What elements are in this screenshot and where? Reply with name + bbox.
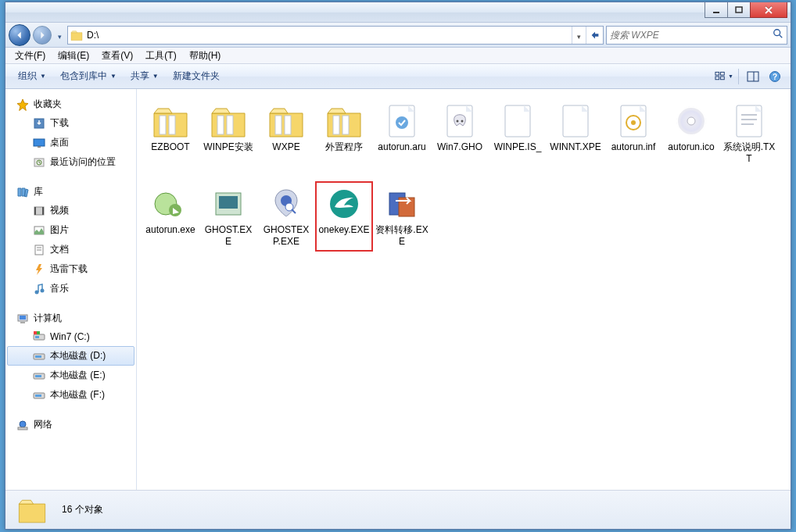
sidebar-item-desktop[interactable]: 桌面 — [7, 133, 134, 152]
explorer-window: D:\ 文件(F) 编辑(E) 查看(V) 工具(T) 帮助(H) 组织▼ 包含… — [5, 2, 791, 530]
minimize-button[interactable] — [705, 2, 728, 18]
sidebar-item-thunder[interactable]: 迅雷下载 — [7, 259, 134, 279]
exe3-icon — [267, 185, 305, 223]
organize-label: 组织 — [18, 70, 37, 83]
separator — [738, 69, 739, 84]
nav-history-dropdown[interactable] — [54, 24, 65, 46]
svg-rect-56 — [748, 72, 758, 81]
svg-rect-52 — [715, 72, 719, 75]
title-bar — [5, 2, 791, 23]
preview-pane-button[interactable] — [744, 68, 762, 85]
gho-icon — [441, 102, 479, 140]
file-item[interactable]: WINNT.XPE — [547, 98, 604, 169]
view-mode-button[interactable]: ▼ — [715, 68, 733, 85]
sidebar-favorites: 收藏夹 下载 桌面 最近访问的位置 — [5, 95, 136, 172]
menu-view[interactable]: 查看(V) — [95, 48, 139, 64]
share-label: 共享 — [131, 70, 149, 83]
sidebar-computer-header[interactable]: 计算机 — [5, 309, 136, 327]
sidebar-item-downloads[interactable]: 下载 — [7, 113, 134, 133]
file-label: autorun.inf — [611, 141, 656, 153]
exe1-icon — [152, 185, 189, 223]
blank-icon — [557, 102, 594, 140]
include-label: 包含到库中 — [60, 70, 107, 83]
file-item[interactable]: WINPE.IS_ — [489, 98, 547, 169]
file-item[interactable]: autorun.aru — [373, 98, 431, 169]
toolbar: 组织▼ 包含到库中▼ 共享▼ 新建文件夹 ▼ ? — [5, 64, 791, 89]
sidebar-item-drive-c[interactable]: Win7 (C:) — [7, 327, 134, 346]
folder-icon — [325, 102, 363, 140]
address-dropdown[interactable] — [572, 27, 586, 44]
file-label: WINNT.XPE — [550, 141, 601, 153]
close-button[interactable] — [750, 2, 787, 18]
file-label: onekey.EXE — [318, 224, 369, 236]
file-item[interactable]: 资料转移.EXE — [373, 181, 431, 252]
exe4-icon — [383, 185, 421, 223]
search-icon[interactable] — [773, 28, 783, 42]
file-item[interactable]: WINPE安装 — [199, 98, 257, 169]
sidebar: 收藏夹 下载 桌面 最近访问的位置 库 视频 图片 文档 迅雷下载 音乐 计算机… — [5, 89, 137, 490]
help-button[interactable]: ? — [766, 68, 784, 85]
svg-rect-55 — [721, 77, 725, 80]
aru-icon — [383, 102, 421, 140]
sidebar-item-documents[interactable]: 文档 — [7, 240, 134, 259]
exe2-icon — [210, 185, 247, 223]
status-bar: 16 个对象 — [5, 490, 791, 529]
txt-icon — [730, 102, 768, 140]
refresh-button[interactable] — [586, 27, 603, 44]
sidebar-network: 网络 — [5, 416, 136, 434]
maximize-button[interactable] — [727, 2, 751, 18]
file-item[interactable]: WXPE — [257, 98, 315, 169]
sidebar-item-drive-d[interactable]: 本地磁盘 (D:) — [7, 346, 134, 366]
sidebar-item-drive-e[interactable]: 本地磁盘 (E:) — [7, 366, 134, 385]
sidebar-item-music[interactable]: 音乐 — [7, 279, 134, 298]
sidebar-computer: 计算机 Win7 (C:) 本地磁盘 (D:) 本地磁盘 (E:) 本地磁盘 (… — [5, 309, 136, 405]
svg-point-50 — [774, 29, 780, 35]
sidebar-favorites-header[interactable]: 收藏夹 — [5, 95, 136, 113]
menu-help[interactable]: 帮助(H) — [183, 48, 228, 64]
file-item[interactable]: 外置程序 — [315, 98, 373, 169]
file-pane: EZBOOTWINPE安装WXPE外置程序autorun.aruWin7.GHO… — [137, 89, 791, 490]
sidebar-network-header[interactable]: 网络 — [5, 416, 136, 434]
file-item[interactable]: autorun.inf — [604, 98, 662, 169]
sidebar-item-videos[interactable]: 视频 — [7, 201, 134, 220]
file-item[interactable]: autorun.ico — [662, 98, 720, 169]
file-label: 资料转移.EXE — [375, 224, 428, 248]
svg-rect-53 — [721, 72, 725, 75]
file-item[interactable]: Win7.GHO — [431, 98, 489, 169]
blank-icon — [499, 102, 536, 140]
sidebar-libraries: 库 视频 图片 文档 迅雷下载 音乐 — [5, 183, 136, 298]
sidebar-libraries-header[interactable]: 库 — [5, 183, 136, 201]
menu-edit[interactable]: 编辑(E) — [52, 48, 95, 64]
file-item[interactable]: EZBOOT — [142, 98, 199, 169]
back-button[interactable] — [9, 24, 30, 46]
share-button[interactable]: 共享▼ — [124, 67, 165, 85]
file-item[interactable]: GHOST.EXE — [199, 181, 257, 252]
sidebar-item-recent[interactable]: 最近访问的位置 — [7, 152, 134, 172]
sidebar-item-pictures[interactable]: 图片 — [7, 220, 134, 240]
file-item[interactable]: onekey.EXE — [315, 181, 373, 252]
include-in-library-button[interactable]: 包含到库中▼ — [54, 67, 123, 85]
newfolder-label: 新建文件夹 — [173, 70, 220, 83]
forward-button[interactable] — [33, 26, 52, 45]
sidebar-item-drive-f[interactable]: 本地磁盘 (F:) — [7, 385, 134, 405]
file-label: EZBOOT — [151, 141, 189, 153]
file-item[interactable]: autorun.exe — [142, 181, 199, 252]
status-count: 16 个对象 — [62, 503, 103, 516]
file-label: 外置程序 — [325, 141, 363, 153]
search-input[interactable] — [610, 30, 773, 41]
onekey-icon — [325, 185, 363, 223]
menu-tools[interactable]: 工具(T) — [139, 48, 182, 64]
address-path[interactable]: D:\ — [85, 27, 572, 44]
disc-icon — [672, 102, 710, 140]
file-item[interactable]: 系统说明.TXT — [720, 98, 778, 169]
file-label: WXPE — [272, 141, 299, 153]
file-label: WINPE安装 — [203, 141, 253, 153]
menu-file[interactable]: 文件(F) — [9, 48, 52, 64]
file-label: autorun.aru — [378, 141, 425, 153]
folder-icon — [267, 102, 305, 140]
organize-button[interactable]: 组织▼ — [12, 67, 52, 85]
file-item[interactable]: GHOSTEXP.EXE — [257, 181, 315, 252]
status-folder-icon — [13, 495, 51, 526]
address-bar[interactable]: D:\ — [67, 26, 604, 45]
new-folder-button[interactable]: 新建文件夹 — [167, 67, 226, 85]
